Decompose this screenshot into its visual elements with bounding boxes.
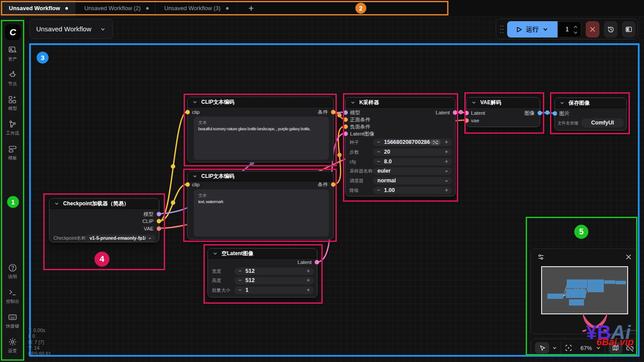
increment-icon[interactable]: + <box>307 268 310 275</box>
chevron-down-icon[interactable] <box>596 346 601 351</box>
collapse-chevron-icon[interactable] <box>54 201 59 206</box>
socket-latent-output[interactable] <box>453 110 457 115</box>
sampler-name-select[interactable]: euler <box>373 167 452 175</box>
decrement-icon[interactable]: − <box>377 158 380 166</box>
socket-model-input[interactable] <box>343 110 348 115</box>
denoise-stepper[interactable]: − 1.00 + <box>373 187 452 194</box>
spinner-arrows-icon[interactable] <box>573 23 578 36</box>
increment-icon[interactable]: + <box>445 158 448 166</box>
sidebar-item-help[interactable]: 说明 <box>0 263 25 279</box>
toggle-links-icon[interactable] <box>626 344 634 352</box>
chevron-down-icon[interactable] <box>542 26 548 32</box>
node-checkpoint-loader[interactable]: Checkpoint加载器（简易） 模型 CLIP VAE Checkpoint… <box>49 198 159 242</box>
run-button[interactable]: 运行 <box>507 21 557 38</box>
workflow-selector[interactable]: Unsaved Workflow <box>30 19 113 39</box>
socket-cond-output[interactable] <box>331 110 335 114</box>
node-header[interactable]: 空Latent图像 <box>208 249 317 259</box>
fit-view-icon[interactable] <box>565 344 572 351</box>
socket-latent-output[interactable] <box>315 260 319 264</box>
new-tab-button[interactable]: + <box>237 0 265 16</box>
node-header[interactable]: K采样器 <box>346 98 455 108</box>
chevron-down-icon[interactable] <box>552 346 557 351</box>
randomize-seed-button[interactable] <box>430 140 441 145</box>
height-stepper[interactable]: − 512 + <box>234 277 314 284</box>
node-header[interactable]: 保存图像 <box>555 98 626 108</box>
cfg-stepper[interactable]: − 8.0 + <box>373 158 452 166</box>
socket-vae-output[interactable] <box>157 226 161 231</box>
sidebar-item-settings[interactable]: 设置 <box>0 337 25 353</box>
socket-positive-input[interactable] <box>343 117 348 122</box>
sidebar-item-assets[interactable]: 资产 <box>0 45 25 61</box>
width-stepper[interactable]: − 512 + <box>234 268 314 275</box>
history-button[interactable] <box>604 21 618 38</box>
pointer-tool-button[interactable] <box>535 342 549 354</box>
sidebar-item-workflows[interactable]: 工作流 <box>0 120 25 136</box>
sidebar-item-templates[interactable]: 模板 <box>0 144 25 160</box>
socket-image-input[interactable] <box>553 111 557 116</box>
socket-vae-input[interactable] <box>464 118 469 123</box>
seed-stepper[interactable]: − 156680208700286 + <box>373 139 452 146</box>
node-header[interactable]: CLIP文本编码 <box>188 171 333 181</box>
decrement-icon[interactable]: − <box>238 268 241 275</box>
node-ksampler[interactable]: K采样器 模型 Latent 正面条件 负面条件 Latent图像 种子 − 1… <box>345 97 456 196</box>
increment-icon[interactable]: + <box>307 277 310 284</box>
node-vae-decode[interactable]: VAE解码 Latent 图像 vae <box>466 97 540 127</box>
node-empty-latent-image[interactable]: 空Latent图像 Latent 宽度 − 512 + 高度 − 512 + 批… <box>207 248 317 298</box>
decrement-icon[interactable]: − <box>238 287 241 294</box>
gear-icon <box>8 337 17 347</box>
socket-cond-output[interactable] <box>331 182 335 187</box>
steps-stepper[interactable]: − 20 + <box>373 148 452 156</box>
clear-queue-button[interactable] <box>586 21 599 38</box>
prompt-textarea[interactable]: 文本 text, watermark <box>194 189 329 237</box>
socket-negative-input[interactable] <box>343 124 348 129</box>
sidebar-item-console[interactable]: 控制台 <box>0 288 25 304</box>
sidebar-item-models[interactable]: 模型 <box>0 95 25 111</box>
zoom-level[interactable]: 67% <box>580 345 592 351</box>
socket-image-output[interactable] <box>538 111 542 115</box>
node-header[interactable]: VAE解码 <box>467 98 540 108</box>
increment-icon[interactable]: + <box>307 287 310 294</box>
node-clip-text-encode-positive[interactable]: CLIP文本编码 clip 条件 文本 beautiful scenery na… <box>187 97 334 162</box>
minimap-toggle-button[interactable] <box>609 342 622 354</box>
collapse-chevron-icon[interactable] <box>560 101 565 106</box>
batch-size-stepper[interactable]: − 1 + <box>234 287 314 294</box>
decrement-icon[interactable]: − <box>377 139 380 146</box>
prompt-textarea[interactable]: 文本 beautiful scenery nature glass bottle… <box>194 117 329 160</box>
tab-unsaved-workflow-3[interactable]: Unsaved Workflow (3) <box>155 0 237 16</box>
node-save-image[interactable]: 保存图像 图片 文件名前缀 ComfyUI <box>554 98 627 131</box>
collapse-chevron-icon[interactable] <box>213 251 218 256</box>
drag-handle-icon[interactable] <box>500 25 504 34</box>
increment-icon[interactable]: + <box>445 148 448 156</box>
collapse-chevron-icon[interactable] <box>350 100 355 105</box>
tab-unsaved-workflow-2[interactable]: Unsaved Workflow (2) <box>75 0 155 16</box>
increment-icon[interactable]: + <box>445 139 448 146</box>
collapse-chevron-icon[interactable] <box>192 100 197 105</box>
decrement-icon[interactable]: − <box>377 148 380 156</box>
decrement-icon[interactable]: − <box>377 187 380 194</box>
socket-latent-input[interactable] <box>464 111 469 115</box>
decrement-icon[interactable]: − <box>238 277 241 284</box>
socket-latent-input[interactable] <box>343 132 348 136</box>
minimap-settings-icon[interactable] <box>537 253 545 261</box>
increment-icon[interactable]: + <box>445 187 448 194</box>
socket-model-output[interactable] <box>157 212 161 216</box>
tab-unsaved-workflow[interactable]: Unsaved Workflow <box>0 0 75 16</box>
batch-count-input[interactable]: 1 <box>557 21 581 38</box>
socket-clip-input[interactable] <box>185 110 190 114</box>
close-icon[interactable] <box>625 254 632 260</box>
socket-clip-output[interactable] <box>157 219 161 223</box>
sidebar-item-shortcuts[interactable]: 快捷键 <box>0 313 25 328</box>
minimap-viewport[interactable] <box>541 266 628 314</box>
panel-toggle-button[interactable] <box>622 21 636 38</box>
scheduler-select[interactable]: normal <box>373 177 452 185</box>
checkpoint-name-select[interactable]: v1-5-pruned-emaonly-fp16... <box>85 234 155 242</box>
collapse-chevron-icon[interactable] <box>192 174 197 179</box>
socket-clip-input[interactable] <box>185 182 190 187</box>
node-header[interactable]: CLIP文本编码 <box>188 97 333 107</box>
node-header[interactable]: Checkpoint加载器（简易） <box>49 199 159 209</box>
comfyui-logo[interactable]: C <box>5 24 21 40</box>
node-clip-text-encode-negative[interactable]: CLIP文本编码 clip 条件 文本 text, watermark <box>187 171 334 240</box>
collapse-chevron-icon[interactable] <box>471 100 476 105</box>
sidebar-item-nodes[interactable]: 节点 <box>0 70 25 86</box>
filename-prefix-input[interactable]: ComfyUI <box>581 118 624 128</box>
